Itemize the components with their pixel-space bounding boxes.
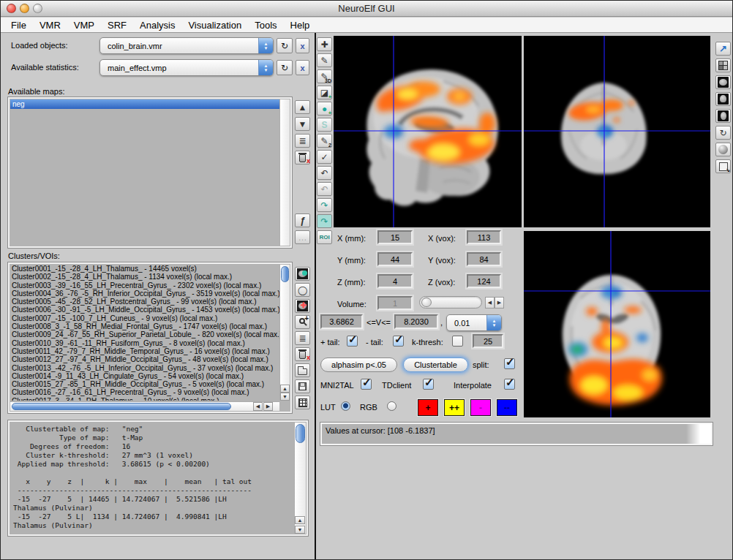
- cluster-item[interactable]: Cluster0014_-9_11_43_LH_Cingulate_Gyrus_…: [10, 372, 279, 380]
- cluster-item[interactable]: Cluster0005_-45_-28_52_LH_Postcentral_Gy…: [10, 298, 279, 306]
- volume-right-icon[interactable]: ▶: [495, 297, 504, 309]
- map-up-button[interactable]: ▲: [295, 100, 310, 114]
- map-formula-button[interactable]: ƒ: [295, 213, 310, 227]
- k-thresh-checkbox[interactable]: [452, 336, 463, 347]
- cluster-save-button[interactable]: [295, 379, 310, 393]
- cluster-item[interactable]: Cluster0004_36_-76_-5_RH_Inferior_Occipi…: [10, 290, 279, 298]
- cluster-item[interactable]: Cluster0007_-15_-100_7_LH_Cuneus_ - 9 vo…: [10, 314, 279, 322]
- cluster-properties-button[interactable]: ≣: [295, 331, 310, 345]
- refresh-view-button[interactable]: ↻: [715, 126, 731, 140]
- menu-srf[interactable]: SRF: [108, 20, 127, 31]
- lut-radio[interactable]: [341, 401, 350, 411]
- x-mm-field[interactable]: 15: [377, 230, 413, 244]
- quad-view-button[interactable]: [715, 58, 731, 72]
- clusters-listbox[interactable]: Cluster0001_-15_-28_4_LH_Thalamus_ - 144…: [8, 262, 292, 413]
- cluster-item[interactable]: Cluster0013_-42_-76_-5_LH_Inferior_Occip…: [10, 364, 279, 372]
- scroll-up-icon[interactable]: ▲: [295, 516, 305, 524]
- interpolate-checkbox[interactable]: ✓: [504, 379, 515, 390]
- cluster-item[interactable]: Cluster0003_-39_-16_55_LH_Precentral_Gyr…: [10, 281, 279, 290]
- z-vox-field[interactable]: 124: [467, 274, 501, 288]
- close-vmr-button[interactable]: x: [296, 38, 309, 53]
- menu-vmr[interactable]: VMR: [40, 20, 61, 31]
- clusters-vscroll-thumb[interactable]: [281, 266, 289, 282]
- draw-undo-tool[interactable]: ✎2: [317, 134, 332, 148]
- cluster-delete-button[interactable]: x: [295, 347, 310, 361]
- values-at-cursor-box[interactable]: Values at cursor: [108 -6.1837]: [320, 423, 713, 445]
- threshold-lower-field[interactable]: 3.6862: [320, 314, 363, 329]
- cluster-item[interactable]: Cluster0008_3_-1_58_RH_Medial_Frontal_Gy…: [10, 322, 279, 330]
- scroll-left-icon[interactable]: ◀: [253, 402, 263, 411]
- draw-tool[interactable]: ✎: [317, 53, 332, 67]
- cluster-item[interactable]: Cluster0010_39_-61_-11_RH_Fusiform_Gyrus…: [10, 339, 279, 347]
- browse-vmp-button[interactable]: ↻: [277, 60, 293, 75]
- menu-tools[interactable]: Tools: [255, 20, 277, 31]
- scroll-down-icon[interactable]: ▼: [280, 393, 290, 401]
- menu-file[interactable]: File: [11, 20, 26, 31]
- dropdown-stepper-icon[interactable]: ▲▼: [258, 60, 273, 75]
- dropdown-stepper-icon[interactable]: ▲▼: [486, 315, 501, 330]
- close-vmp-button[interactable]: x: [296, 60, 309, 75]
- y-vox-field[interactable]: 84: [467, 252, 501, 266]
- undo-all-tool[interactable]: ↶: [317, 182, 332, 196]
- cluster-item[interactable]: Cluster0017_3_-34_1_RH_Thalamus_ - 10 vo…: [10, 397, 279, 401]
- redo-tool[interactable]: ↷: [317, 198, 332, 212]
- undo-tool[interactable]: ↶: [317, 166, 332, 180]
- neg-tail-checkbox[interactable]: ✓: [393, 336, 404, 347]
- threshold-upper-field[interactable]: 8.2030: [394, 314, 438, 329]
- cluster-table-output[interactable]: Clustertable of map: "neg" Type of map: …: [8, 420, 308, 536]
- axial-view[interactable]: [524, 231, 710, 417]
- clusters-hscroll-thumb[interactable]: [12, 403, 231, 410]
- x-vox-field[interactable]: 113: [467, 230, 501, 244]
- cluster-item[interactable]: Cluster0006_-30_-91_-5_LH_Middle_Occipit…: [10, 306, 279, 314]
- sagittal-view[interactable]: [334, 36, 522, 227]
- clustertable-button[interactable]: Clustertable: [403, 357, 468, 372]
- cluster-item[interactable]: Cluster0016_-27_-16_61_LH_Precentral_Gyr…: [10, 388, 279, 396]
- cluster-ellipse-button[interactable]: ◯: [295, 283, 310, 297]
- volume-left-icon[interactable]: ◀: [485, 297, 495, 309]
- loaded-objects-dropdown[interactable]: colin_brain.vmr ▲▼: [99, 37, 274, 54]
- volume-slider[interactable]: [419, 296, 482, 309]
- cluster-item[interactable]: Cluster0001_-15_-28_4_LH_Thalamus_ - 144…: [10, 265, 279, 273]
- lut-positive-strong-button[interactable]: ++: [444, 399, 465, 416]
- available-maps-listbox[interactable]: neg: [8, 97, 292, 248]
- coronal-view-button[interactable]: [715, 92, 731, 106]
- map-properties-button[interactable]: ≣: [295, 134, 310, 148]
- expand-view-button[interactable]: ↗: [715, 42, 731, 56]
- render-view-button[interactable]: [715, 143, 731, 156]
- p-value-dropdown[interactable]: 0.01 ▲▼: [446, 314, 502, 331]
- map-item[interactable]: neg: [10, 99, 279, 109]
- cluster-goto-button[interactable]: ✚: [295, 299, 310, 313]
- console-scroll-thumb[interactable]: [296, 424, 305, 443]
- alphasim-button[interactable]: alphasim p<.05: [320, 357, 397, 372]
- rgb-radio[interactable]: [387, 401, 396, 411]
- clusters-vscrollbar[interactable]: ▲ ▼: [279, 265, 290, 401]
- smooth-tool[interactable]: S: [317, 118, 332, 132]
- cluster-zoom-button[interactable]: +: [295, 315, 310, 329]
- axial-view-button[interactable]: [715, 109, 731, 123]
- cluster-item[interactable]: Cluster0002_-15_-28_4_LH_Thalamus_ - 113…: [10, 273, 279, 281]
- cluster-item[interactable]: Cluster0012_27_-97_4_RH_Middle_Occipital…: [10, 355, 279, 363]
- cluster-show-button[interactable]: [295, 267, 310, 281]
- menu-analysis[interactable]: Analysis: [140, 20, 175, 31]
- cluster-table-button[interactable]: [295, 396, 310, 409]
- lut-negative-button[interactable]: -: [470, 399, 491, 416]
- menu-visualization[interactable]: Visualization: [188, 20, 241, 31]
- marker-tool[interactable]: ●+: [317, 102, 332, 116]
- draw-3d-tool[interactable]: ✎3D: [317, 69, 332, 83]
- cluster-open-button[interactable]: [295, 363, 310, 377]
- mni2tal-checkbox[interactable]: ✓: [361, 379, 372, 390]
- lut-negative-strong-button[interactable]: --: [497, 399, 517, 416]
- y-mm-field[interactable]: 44: [377, 252, 413, 266]
- split-checkbox[interactable]: ✓: [504, 358, 515, 369]
- dropdown-stepper-icon[interactable]: ▲▼: [258, 38, 273, 53]
- scroll-down-icon[interactable]: ▼: [295, 526, 305, 534]
- available-statistics-dropdown[interactable]: main_effect.vmp ▲▼: [99, 59, 274, 76]
- cluster-item[interactable]: Cluster0015_27_-85_1_RH_Middle_Occipital…: [10, 380, 279, 388]
- browse-vmr-button[interactable]: ↻: [277, 38, 293, 53]
- cluster-item[interactable]: Cluster0011_42_-79_7_RH_Middle_Temporal_…: [10, 347, 279, 355]
- scroll-right-icon[interactable]: ▶: [263, 402, 273, 411]
- menu-vmp[interactable]: VMP: [74, 20, 94, 31]
- tdclient-checkbox[interactable]: ✓: [423, 379, 434, 390]
- flood-fill-tool[interactable]: ◪+: [317, 86, 332, 99]
- console-scrollbar[interactable]: ▲ ▼: [294, 423, 306, 534]
